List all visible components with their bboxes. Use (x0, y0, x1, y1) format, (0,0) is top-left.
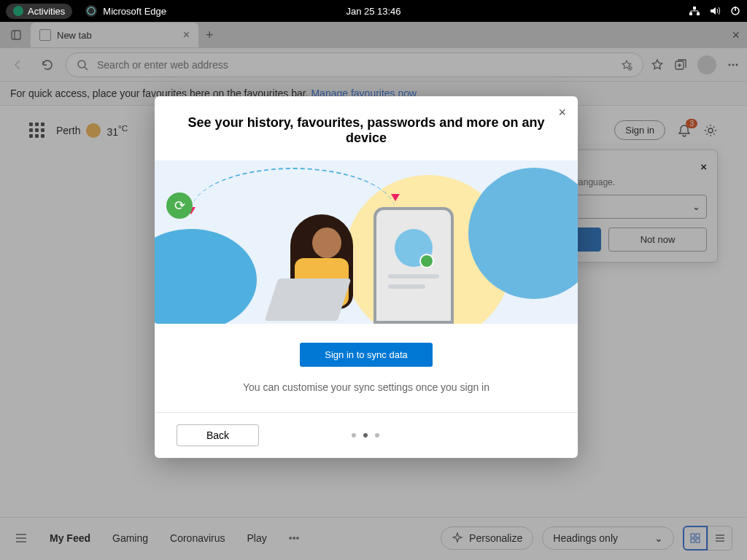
network-icon[interactable] (689, 5, 700, 17)
sync-modal: × See your history, favourites, password… (155, 96, 578, 458)
edge-icon (85, 5, 97, 17)
app-name: Microsoft Edge (103, 6, 166, 17)
power-icon[interactable] (729, 5, 741, 17)
activities-label: Activities (28, 6, 65, 17)
svg-point-0 (88, 7, 95, 15)
current-app[interactable]: Microsoft Edge (85, 5, 166, 17)
activities-button[interactable]: Activities (6, 4, 72, 19)
back-button[interactable]: Back (177, 424, 259, 446)
volume-icon[interactable] (709, 5, 721, 17)
modal-title: See your history, favourites, passwords … (155, 96, 578, 160)
clock[interactable]: Jan 25 13:46 (346, 6, 400, 17)
svg-rect-1 (693, 7, 696, 9)
page-indicator (352, 433, 379, 438)
svg-rect-3 (697, 12, 700, 15)
system-tray (689, 5, 741, 17)
activities-icon (13, 6, 23, 16)
gnome-top-bar: Activities Microsoft Edge Jan 25 13:46 (0, 0, 747, 22)
svg-rect-2 (689, 12, 692, 15)
modal-illustration: ⟳ (155, 160, 578, 324)
sign-in-sync-button[interactable]: Sign in to sync data (300, 343, 432, 367)
modal-note: You can customise your sync settings onc… (174, 381, 559, 393)
modal-close-button[interactable]: × (558, 105, 566, 120)
sync-icon: ⟳ (166, 192, 193, 219)
